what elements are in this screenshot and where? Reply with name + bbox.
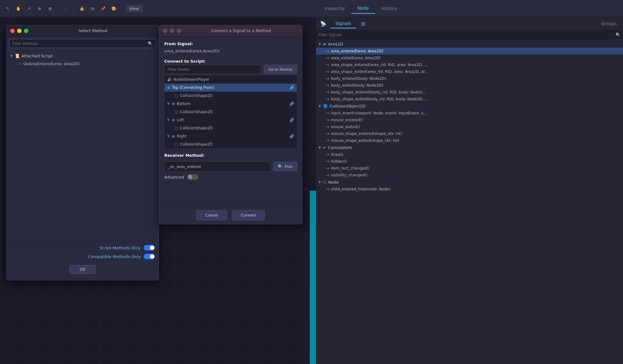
filter-signals-input[interactable] [319, 32, 616, 37]
node-collision-4[interactable]: □ CollisionShape2D [165, 140, 297, 148]
window-minimize-button[interactable] [17, 29, 22, 33]
toolbar-icon-pin[interactable]: 📌 [99, 4, 107, 12]
script-methods-toggle-row: Script Methods Only [10, 245, 155, 251]
filter-methods-input[interactable] [12, 41, 148, 46]
signal-area-entered[interactable]: ↪ area_entered(area: Area2D) [316, 48, 623, 55]
signal-area-shape-exited[interactable]: ↪ area_shape_exited(area_rid: RID, area:… [316, 68, 623, 75]
pick-button[interactable]: 🔍 Pick [273, 162, 297, 171]
from-signal-label: From Signal: [164, 41, 297, 46]
signal-mouse-shape-entered[interactable]: ↪ mouse_shape_entered(shape_idx: int) [316, 130, 623, 137]
group-node[interactable]: ▼ ⬡ Node [316, 179, 623, 186]
connect-btn-3[interactable] [177, 29, 181, 33]
signal-icon-15: ↪ [326, 159, 329, 164]
node-bottom[interactable]: ▼ ⊕ Bottom 🔗 [165, 100, 297, 108]
signal-mouse-shape-exited[interactable]: ↪ mouse_shape_exited(shape_idx: int) [316, 137, 623, 144]
signal-child-entered-tree[interactable]: ↪ child_entered_tree(node: Node) [316, 186, 623, 193]
select-method-title: Select Method [31, 28, 155, 33]
node-top-connecting[interactable]: ⊕ Top (Connecting From) 🔗 [165, 84, 297, 92]
toolbar-icon-snap[interactable]: ⊟ [89, 4, 97, 12]
collision-icon-3: □ [175, 126, 178, 130]
signal-draw[interactable]: ↪ draw() [316, 151, 623, 158]
node-collision-3[interactable]: □ CollisionShape2D [165, 124, 297, 132]
collision-2-label: CollisionShape2D [180, 110, 213, 114]
node-collision-1[interactable]: □ CollisionShape2D [165, 92, 297, 100]
toolbar-icon-paint[interactable]: 🎨 [110, 4, 118, 12]
signal-hidden-label: hidden() [331, 159, 347, 164]
signals-icon: 📡 [319, 19, 328, 28]
arrow-icon-2: ▼ [319, 104, 321, 108]
signal-body-exited[interactable]: ↪ body_exited(body: Node2D) [316, 82, 623, 89]
tab-signals[interactable]: Signals [330, 19, 356, 28]
ok-button[interactable]: OK [69, 265, 96, 274]
search-bar: 🔍 [9, 39, 156, 48]
from-signal-section: From Signal: area_entered(area:Area2D) [164, 41, 297, 55]
toolbar-icon-hand[interactable]: ✋ [14, 4, 22, 12]
view-button[interactable]: View [126, 5, 143, 12]
group-canvas-item[interactable]: ▼ ✏️ CanvasItem [316, 144, 623, 151]
connect-button[interactable]: Connect [232, 210, 265, 220]
signal-mouse-exited[interactable]: ↪ mouse_exited() [316, 123, 623, 130]
arrow-icon: ▼ [319, 42, 321, 46]
toolbar-icon-arrow[interactable]: ↖ [4, 4, 12, 12]
toolbar-icon-grid[interactable]: ⊞ [46, 4, 54, 12]
signal-area-exited[interactable]: ↪ area_exited(area: Area2D) [316, 55, 623, 61]
signal-input-event[interactable]: ↪ input_event(viewport: Node, event: Inp… [316, 110, 623, 117]
connect-btn-2[interactable] [170, 29, 174, 33]
node-left[interactable]: ▼ ⊕ Left 🔗 [165, 116, 297, 124]
signal-mouse-entered[interactable]: ↪ mouse_entered() [316, 117, 623, 123]
signal-input-event-label: input_event(viewport: Node, event: Input… [331, 111, 427, 115]
method-item-on-area-entered[interactable]: — OnAreaEntered(area: Area2D) [7, 60, 159, 68]
signal-body-entered[interactable]: ↪ body_entered(body: Node2D) [316, 75, 623, 82]
script-icon: 📜 [15, 54, 20, 58]
tab-inspector[interactable]: Inspector [319, 3, 351, 13]
signal-area-shape-entered[interactable]: ↪ area_shape_entered(area_rid: RID, area… [316, 61, 623, 68]
method-tree: ▼ 📜 Attached Script — OnAreaEntered(area… [7, 50, 159, 241]
toolbar-icon-select[interactable]: ↗ [25, 4, 33, 12]
script-methods-toggle[interactable] [144, 245, 155, 251]
receiver-method-input[interactable] [164, 161, 271, 172]
panel-tabs: Inspector Node History [316, 0, 623, 17]
connect-to-script-section: Connect to Script: Go to Source 🔊 AudioS… [164, 59, 297, 149]
signal-child-entered-label: child_entered_tree(node: Node) [331, 187, 390, 191]
group-canvas-label: CanvasItem [328, 145, 352, 150]
toolbar-icon-move[interactable]: ⊕ [36, 4, 44, 12]
node-right[interactable]: ▼ ⊕ Right 🔗 [165, 132, 297, 140]
collision-group-icon: 🔵 [323, 104, 328, 108]
signal-body-shape-exited[interactable]: ↪ body_shape_exited(body_rid: RID, body:… [316, 96, 623, 103]
signal-mouse-entered-label: mouse_entered() [331, 118, 363, 122]
window-close-button[interactable] [10, 29, 15, 33]
tab-history[interactable]: History [375, 3, 403, 13]
tab-node[interactable]: Node [351, 3, 375, 14]
search-icon: 🔍 [616, 32, 621, 37]
node-audio-stream-player[interactable]: 🔊 AudioStreamPlayer [165, 75, 297, 84]
connect-btn-1[interactable] [163, 29, 167, 33]
signal-item-rect-changed[interactable]: ↪ item_rect_changed() [316, 165, 623, 172]
signal-visibility-changed[interactable]: ↪ visibility_changed() [316, 172, 623, 179]
node-collision-2[interactable]: □ CollisionShape2D [165, 108, 297, 116]
go-to-source-button[interactable]: Go to Source [264, 65, 297, 74]
signal-area-exited-label: area_exited(area: Area2D) [331, 56, 381, 60]
compatible-methods-toggle[interactable] [144, 254, 155, 259]
toolbar-icon-lock[interactable]: 🔒 [78, 4, 86, 12]
signal-icon-13: ↪ [326, 138, 329, 143]
window-maximize-button[interactable] [24, 29, 28, 33]
signal-icon-5: ↪ [326, 76, 329, 81]
signal-mouse-exited-label: mouse_exited() [331, 125, 360, 129]
arrow-icon-3: ▼ [319, 146, 321, 149]
toolbar-icon-dots[interactable]: ⋮ [62, 4, 70, 12]
tab-groups[interactable]: Groups [597, 21, 621, 26]
select-method-window: Select Method 🔍 ▼ 📜 Attached Script — On… [6, 25, 159, 280]
group-area2d-label: Area2D [328, 42, 343, 46]
cancel-button[interactable]: Cancel [196, 210, 227, 220]
area2d-icon-2: ⊕ [172, 102, 175, 106]
method-group-attached-script[interactable]: ▼ 📜 Attached Script [7, 52, 159, 60]
group-area2d[interactable]: ▼ ⊕ Area2D [316, 41, 623, 48]
signal-mouse-shape-exited-label: mouse_shape_exited(shape_idx: int) [331, 138, 399, 143]
signal-hidden[interactable]: ↪ hidden() [316, 158, 623, 165]
group-collision[interactable]: ▼ 🔵 CollisionObject2D [316, 103, 623, 110]
bottom-label: Bottom [177, 102, 190, 106]
signal-body-shape-entered[interactable]: ↪ body_shape_entered(body_rid: RID, body… [316, 89, 623, 96]
advanced-toggle[interactable] [187, 174, 199, 180]
signal-icon-8: ↪ [326, 97, 329, 101]
filter-nodes-input[interactable] [164, 65, 261, 74]
